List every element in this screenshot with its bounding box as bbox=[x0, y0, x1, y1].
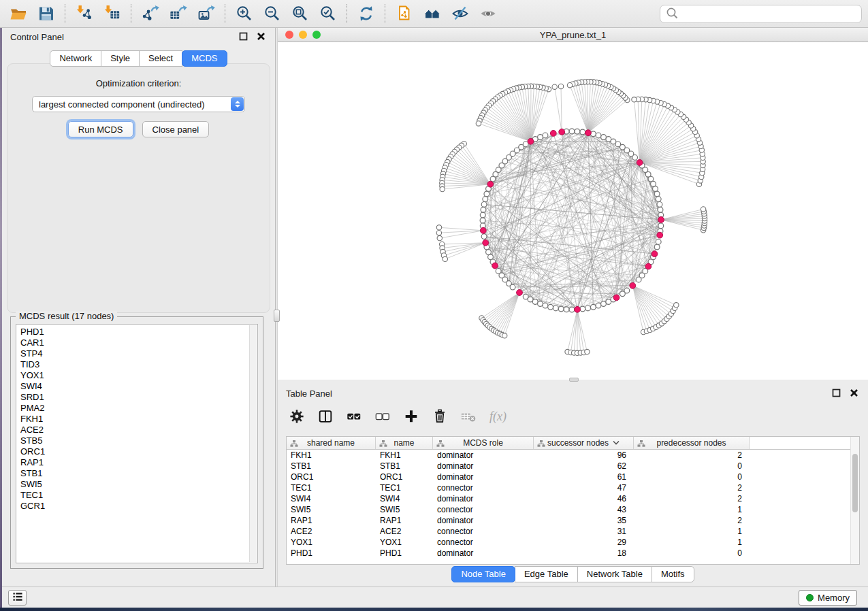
table-toolbar-button-add-column[interactable] bbox=[403, 408, 419, 427]
float-window-icon[interactable] bbox=[831, 387, 842, 401]
table-toolbar-button-select-all[interactable] bbox=[346, 408, 362, 427]
result-list-scrollbar[interactable] bbox=[249, 325, 257, 562]
toolbar-button-hide-selected[interactable] bbox=[446, 2, 474, 25]
close-panel-icon[interactable] bbox=[848, 387, 860, 401]
column-header-predecessor-nodes[interactable]: predecessor nodes bbox=[634, 437, 750, 449]
table-row[interactable]: ORC1ORC1dominator610 bbox=[287, 472, 859, 482]
table-toolbar-button-delete-column[interactable] bbox=[432, 408, 448, 427]
result-node-item[interactable]: GCR1 bbox=[20, 501, 257, 512]
vertical-splitter[interactable] bbox=[275, 28, 278, 587]
table-row[interactable]: YOX1YOX1connector291 bbox=[287, 537, 859, 548]
result-node-item[interactable]: ORC1 bbox=[20, 446, 257, 457]
toolbar-button-zoom-out[interactable] bbox=[258, 2, 286, 25]
toolbar-button-save-session[interactable] bbox=[32, 2, 60, 25]
result-node-item[interactable]: PHD1 bbox=[20, 327, 257, 337]
result-node-item[interactable]: CAR1 bbox=[20, 337, 257, 348]
horizontal-splitter[interactable] bbox=[278, 380, 868, 384]
toolbar-button-import-network[interactable] bbox=[70, 2, 98, 25]
table-toolbar-button-gear[interactable] bbox=[289, 408, 305, 427]
toolbar-button-refresh[interactable] bbox=[352, 2, 380, 25]
table-cell: 2 bbox=[634, 450, 750, 460]
table-toolbar-button-deselect-all[interactable] bbox=[374, 408, 391, 427]
tab-mcds[interactable]: MCDS bbox=[182, 50, 227, 67]
tab-edge-table[interactable]: Edge Table bbox=[515, 566, 578, 582]
table-scrollbar[interactable] bbox=[850, 437, 859, 564]
network-canvas[interactable] bbox=[278, 42, 868, 380]
toolbar-button-export-image[interactable] bbox=[192, 2, 220, 25]
toolbar-button-export-network[interactable] bbox=[136, 2, 164, 25]
result-node-item[interactable]: YOX1 bbox=[20, 370, 257, 381]
result-node-item[interactable]: STP4 bbox=[20, 348, 257, 359]
first-neighbors-icon bbox=[423, 5, 441, 22]
table-cell: 0 bbox=[634, 548, 750, 558]
task-history-button[interactable] bbox=[8, 590, 27, 606]
toolbar-button-show-all[interactable] bbox=[474, 2, 502, 25]
result-node-item[interactable]: SWI4 bbox=[20, 381, 257, 392]
toolbar-button-first-neighbors[interactable] bbox=[418, 2, 446, 25]
result-node-item[interactable]: STB1 bbox=[20, 468, 257, 479]
memory-button[interactable]: Memory bbox=[799, 590, 857, 606]
horizontal-splitter-grip[interactable] bbox=[569, 378, 579, 382]
close-window-traffic-light[interactable] bbox=[285, 31, 293, 39]
tab-node-table[interactable]: Node Table bbox=[451, 566, 515, 582]
search-input[interactable] bbox=[679, 7, 861, 22]
column-header-MCDS-role[interactable]: MCDS role bbox=[433, 437, 534, 449]
column-header-shared-name[interactable]: shared name bbox=[287, 437, 376, 449]
close-panel-icon[interactable] bbox=[255, 31, 267, 44]
result-node-item[interactable]: SWI5 bbox=[20, 479, 257, 490]
tab-network[interactable]: Network bbox=[50, 50, 101, 67]
toolbar-separator bbox=[385, 4, 385, 23]
toolbar-button-export-table[interactable] bbox=[164, 2, 192, 25]
column-header-name[interactable]: name bbox=[376, 437, 433, 449]
mcds-result-list[interactable]: PHD1CAR1STP4TID3YOX1SWI4SRD1PMA2FKH1ACE2… bbox=[16, 324, 258, 563]
table-body: FKH1FKH1dominator962STB1STB1dominator620… bbox=[287, 450, 859, 559]
result-node-item[interactable]: FKH1 bbox=[20, 414, 257, 425]
table-row[interactable]: SWI4SWI4dominator462 bbox=[287, 493, 859, 504]
table-toolbar-button-split-pane[interactable] bbox=[317, 408, 334, 427]
minimize-window-traffic-light[interactable] bbox=[299, 31, 307, 39]
tab-network-table[interactable]: Network Table bbox=[577, 566, 652, 582]
column-header-successor-nodes[interactable]: successor nodes bbox=[534, 437, 634, 449]
tab-style[interactable]: Style bbox=[101, 50, 140, 67]
import-table-icon bbox=[103, 5, 121, 22]
table-cell: 31 bbox=[534, 527, 634, 536]
tab-select[interactable]: Select bbox=[139, 50, 182, 67]
result-node-item[interactable]: STB5 bbox=[20, 435, 257, 446]
export-table-icon bbox=[170, 5, 187, 22]
result-node-item[interactable]: ACE2 bbox=[20, 425, 257, 435]
toolbar-button-zoom-fit[interactable] bbox=[286, 2, 314, 25]
search-box[interactable] bbox=[660, 5, 862, 23]
criterion-dropdown[interactable]: largest connected component (undirected) bbox=[32, 96, 245, 112]
toolbar-button-zoom-in[interactable] bbox=[230, 2, 258, 25]
zoom-fit-icon bbox=[291, 5, 309, 22]
table-row[interactable]: SWI5SWI5connector431 bbox=[287, 504, 859, 515]
table-row[interactable]: RAP1RAP1dominator352 bbox=[287, 515, 859, 526]
table-cell: 43 bbox=[534, 505, 634, 514]
table-row[interactable]: PHD1PHD1dominator180 bbox=[287, 548, 859, 559]
toolbar-button-zoom-selected[interactable] bbox=[314, 2, 342, 25]
float-window-icon[interactable] bbox=[238, 31, 249, 44]
run-mcds-button[interactable]: Run MCDS bbox=[68, 121, 133, 137]
table-row[interactable]: ACE2ACE2connector311 bbox=[287, 526, 859, 537]
table-row[interactable]: TEC1TEC1connector472 bbox=[287, 482, 859, 493]
zoom-window-traffic-light[interactable] bbox=[312, 31, 321, 39]
toolbar-button-import-table[interactable] bbox=[98, 2, 126, 25]
table-scrollbar-thumb[interactable] bbox=[852, 454, 858, 512]
vertical-splitter-grip[interactable] bbox=[274, 310, 280, 322]
result-node-item[interactable]: TID3 bbox=[20, 359, 257, 370]
result-node-item[interactable]: TEC1 bbox=[20, 490, 257, 501]
table-cell: YOX1 bbox=[376, 538, 433, 547]
result-node-item[interactable]: RAP1 bbox=[20, 457, 257, 468]
table-cell: 47 bbox=[534, 483, 634, 493]
result-node-item[interactable]: SRD1 bbox=[20, 392, 257, 403]
tab-motifs[interactable]: Motifs bbox=[652, 566, 694, 582]
toolbar-button-open-file[interactable] bbox=[4, 2, 32, 25]
table-row[interactable]: STB1STB1dominator620 bbox=[287, 461, 859, 472]
toolbar-button-new-network-from-selection[interactable] bbox=[390, 2, 418, 25]
network-graph[interactable] bbox=[278, 42, 868, 380]
table-row[interactable]: FKH1FKH1dominator962 bbox=[287, 450, 859, 461]
table-cell: 2 bbox=[634, 516, 750, 525]
result-node-item[interactable]: PMA2 bbox=[20, 403, 257, 414]
close-panel-button[interactable]: Close panel bbox=[142, 121, 210, 137]
table-cell: 0 bbox=[634, 461, 750, 471]
